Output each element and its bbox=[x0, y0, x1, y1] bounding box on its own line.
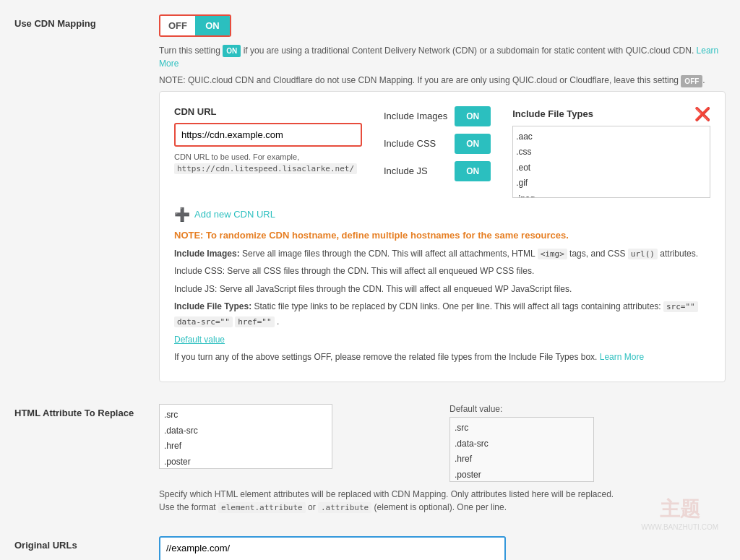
list-item: .href bbox=[164, 439, 327, 455]
include-css-toggle[interactable]: ON bbox=[455, 134, 491, 154]
desc-turnoff: If you turn any of the above settings OF… bbox=[174, 350, 710, 364]
include-css-label: Include CSS bbox=[384, 138, 436, 149]
list-item: .data-src bbox=[164, 423, 327, 439]
add-cdn-row: ➕ Add new CDN URL bbox=[174, 207, 710, 223]
page-container: Use CDN Mapping OFF ON Turn this setting… bbox=[14, 14, 726, 560]
desc-images: Include Images: Serve all image files th… bbox=[174, 246, 710, 262]
list-item: .aac bbox=[516, 129, 707, 145]
cdn-card: CDN URL CDN URL to be used. For example,… bbox=[159, 91, 726, 383]
original-urls-content: //example.com/ bbox=[159, 536, 726, 560]
toggle-on-button[interactable]: ON bbox=[195, 16, 230, 35]
desc-js: Include JS: Serve all JavaScript files t… bbox=[174, 282, 710, 296]
add-cdn-icon[interactable]: ➕ bbox=[174, 207, 190, 223]
cdn-card-inner: CDN URL CDN URL to be used. For example,… bbox=[174, 106, 710, 198]
include-images-toggle[interactable]: ON bbox=[455, 106, 491, 126]
file-types-label: Include File Types bbox=[512, 108, 593, 119]
original-urls-label: Original URLs bbox=[14, 536, 159, 551]
original-urls-textarea[interactable]: //example.com/ bbox=[159, 536, 506, 560]
list-item: .poster bbox=[164, 455, 327, 469]
include-js-row: Include JS ON bbox=[384, 161, 491, 181]
note-orange: NOTE: To randomize CDN hostname, define … bbox=[174, 230, 710, 241]
attr-default-wrapper: Default value: .src .data-src .href .pos… bbox=[449, 404, 726, 482]
cdn-mapping-description: Turn this setting ON if you are using a … bbox=[159, 44, 726, 70]
cdn-toggles-section: Include Images ON Include CSS ON Include… bbox=[384, 106, 491, 181]
desc-filetypes: Include File Types: Static file type lin… bbox=[174, 299, 710, 329]
attr-list[interactable]: .src .data-src .href .poster source.srcs… bbox=[159, 404, 332, 469]
cdn-mapping-toggle[interactable]: OFF ON bbox=[159, 14, 231, 37]
on-badge: ON bbox=[223, 45, 241, 57]
include-css-row: Include CSS ON bbox=[384, 134, 491, 154]
file-types-list[interactable]: .aac .css .eot .gif .jpeg bbox=[512, 126, 710, 198]
close-icon[interactable]: ❌ bbox=[694, 106, 710, 122]
cdn-url-hint: CDN URL to be used. For example, https:/… bbox=[174, 151, 362, 176]
cdn-mapping-content: OFF ON Turn this setting ON if you are u… bbox=[159, 14, 726, 382]
desc-css: Include CSS: Serve all CSS files through… bbox=[174, 264, 710, 278]
format-code2: .attribute bbox=[318, 502, 371, 513]
list-item: .gif bbox=[516, 176, 707, 191]
include-images-row: Include Images ON bbox=[384, 106, 491, 126]
list-item: .poster bbox=[455, 468, 589, 482]
watermark-text: 主题 bbox=[641, 496, 718, 523]
cdn-url-section: CDN URL CDN URL to be used. For example,… bbox=[174, 106, 362, 176]
cdn-url-label: CDN URL bbox=[174, 106, 362, 117]
format-code1: element.attribute bbox=[218, 502, 306, 513]
watermark-sub: WWW.BANZHUTI.COM bbox=[641, 523, 718, 531]
add-cdn-link[interactable]: Add new CDN URL bbox=[194, 209, 275, 220]
toggle-off-button[interactable]: OFF bbox=[160, 16, 195, 35]
cdn-mapping-note: NOTE: QUIC.cloud CDN and Cloudflare do n… bbox=[159, 74, 726, 87]
list-item: .src bbox=[164, 408, 327, 423]
off-badge: OFF bbox=[681, 75, 702, 87]
learn-more-link2[interactable]: Learn More bbox=[600, 352, 644, 362]
default-value-link[interactable]: Default value bbox=[174, 335, 225, 345]
include-js-toggle[interactable]: ON bbox=[455, 161, 491, 181]
attr-section: .src .data-src .href .poster source.srcs… bbox=[159, 404, 726, 482]
cdn-url-example: https://cdn.litespeed.lisaclarke.net/ bbox=[174, 163, 357, 174]
list-item: .data-src bbox=[455, 436, 589, 452]
include-images-label: Include Images bbox=[384, 111, 447, 121]
list-item: .jpeg bbox=[516, 191, 707, 198]
watermark: 主题 WWW.BANZHUTI.COM bbox=[641, 496, 718, 531]
list-item: .css bbox=[516, 145, 707, 160]
html-attribute-section: HTML Attribute To Replace .src .data-src… bbox=[14, 404, 726, 514]
attr-list-wrapper: .src .data-src .href .poster source.srcs… bbox=[159, 404, 435, 469]
attr-default-list: .src .data-src .href .poster source.srcs… bbox=[449, 417, 594, 482]
default-value-row: Default value bbox=[174, 332, 710, 347]
html-attribute-label: HTML Attribute To Replace bbox=[14, 404, 159, 418]
list-item: .href bbox=[455, 452, 589, 468]
cdn-mapping-section: Use CDN Mapping OFF ON Turn this setting… bbox=[14, 14, 726, 382]
cdn-url-input[interactable] bbox=[174, 123, 362, 147]
file-types-section: Include File Types ❌ .aac .css .eot .gif… bbox=[512, 106, 710, 198]
original-urls-section: Original URLs //example.com/ bbox=[14, 536, 726, 560]
file-types-header: Include File Types ❌ bbox=[512, 106, 710, 122]
cdn-mapping-label: Use CDN Mapping bbox=[14, 14, 159, 29]
attr-default-label: Default value: bbox=[449, 404, 726, 414]
list-item: .src bbox=[455, 421, 589, 436]
include-js-label: Include JS bbox=[384, 165, 428, 176]
original-urls-wrapper: //example.com/ bbox=[159, 536, 726, 560]
list-item: .eot bbox=[516, 160, 707, 176]
